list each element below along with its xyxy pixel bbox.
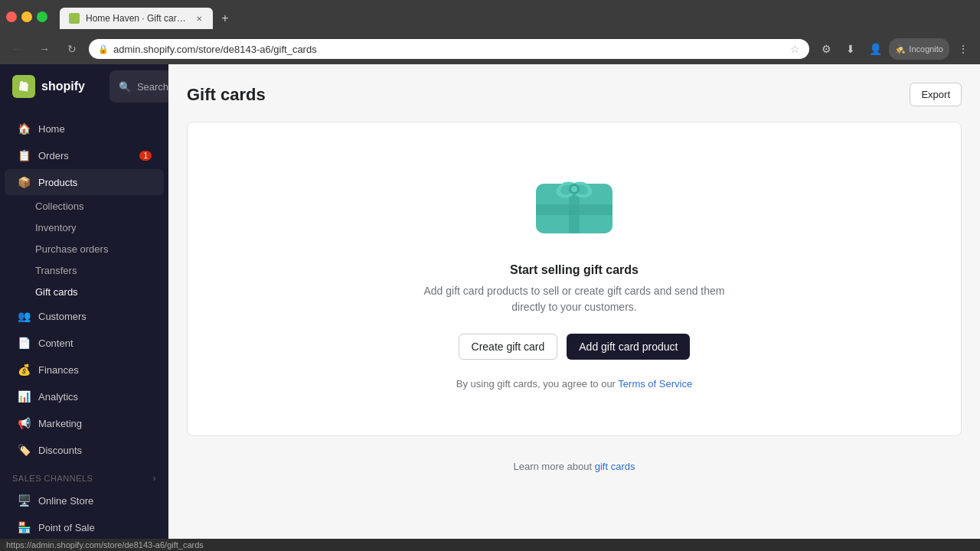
- sidebar-item-marketing[interactable]: 📢 Marketing: [5, 410, 164, 436]
- minimize-window-button[interactable]: [21, 11, 32, 22]
- add-gift-card-product-button[interactable]: Add gift card product: [567, 334, 690, 360]
- maximize-window-button[interactable]: [37, 11, 47, 22]
- sidebar-item-transfers[interactable]: Transfers: [5, 260, 164, 281]
- tab-close-button[interactable]: ✕: [194, 12, 204, 24]
- search-icon: 🔍: [119, 81, 131, 93]
- tos-text: By using gift cards, you agree to our Te…: [456, 378, 692, 390]
- lock-icon: 🔒: [98, 44, 109, 54]
- forward-button[interactable]: →: [34, 38, 55, 60]
- page-footer: Learn more about gift cards: [187, 448, 962, 484]
- tos-prefix: By using gift cards, you agree to our: [456, 378, 616, 390]
- main-content: Gift cards Export: [168, 64, 980, 539]
- sidebar-label-online-store: Online Store: [38, 495, 93, 507]
- sidebar-label-gift-cards: Gift cards: [35, 286, 78, 298]
- incognito-label: Incognito: [909, 44, 943, 54]
- sidebar-label-content: Content: [38, 337, 74, 349]
- sidebar-item-discounts[interactable]: 🏷️ Discounts: [5, 437, 164, 463]
- search-bar[interactable]: 🔍 Search Ctrl K: [109, 70, 168, 103]
- sidebar-item-content[interactable]: 📄 Content: [5, 330, 164, 356]
- empty-state-description: Add gift card products to sell or create…: [421, 283, 727, 315]
- status-url: https://admin.shopify.com/store/de8143-a…: [6, 540, 204, 549]
- sidebar-item-collections[interactable]: Collections: [5, 196, 164, 217]
- sidebar-item-finances[interactable]: 💰 Finances: [5, 357, 164, 383]
- products-icon: 📦: [17, 175, 31, 189]
- footer-gift-cards-link[interactable]: gift cards: [595, 461, 635, 472]
- footer-learn-text: Learn more about: [514, 461, 593, 472]
- sidebar-label-finances: Finances: [38, 364, 79, 376]
- search-placeholder: Search: [137, 81, 168, 93]
- reload-button[interactable]: ↻: [61, 38, 83, 60]
- sidebar-label-collections: Collections: [35, 201, 84, 212]
- menu-button[interactable]: ⋮: [952, 38, 974, 60]
- discounts-icon: 🏷️: [17, 443, 31, 457]
- finances-icon: 💰: [17, 363, 31, 377]
- sidebar-item-purchase-orders[interactable]: Purchase orders: [5, 239, 164, 259]
- shopify-logo: shopify: [12, 75, 85, 98]
- sidebar-item-orders[interactable]: 📋 Orders 1: [5, 142, 164, 168]
- sidebar-label-purchase-orders: Purchase orders: [35, 243, 108, 255]
- sidebar-item-products[interactable]: 📦 Products: [5, 169, 164, 195]
- pos-icon: 🏪: [17, 520, 31, 534]
- sidebar-item-customers[interactable]: 👥 Customers: [5, 303, 164, 329]
- home-icon: 🏠: [17, 122, 31, 135]
- empty-state-actions: Create gift card Add gift card product: [459, 334, 691, 360]
- sidebar-label-discounts: Discounts: [38, 445, 82, 456]
- browser-tab[interactable]: Home Haven · Gift cards · Sho... ✕: [60, 8, 213, 29]
- status-bar: https://admin.shopify.com/store/de8143-a…: [0, 539, 980, 551]
- extensions-button[interactable]: ⚙: [815, 38, 837, 60]
- sidebar-item-home[interactable]: 🏠 Home: [5, 116, 164, 142]
- sidebar-label-pos: Point of Sale: [38, 522, 95, 533]
- tab-favicon: [69, 13, 80, 24]
- shopify-logo-text: shopify: [41, 80, 85, 93]
- address-bar[interactable]: 🔒 admin.shopify.com/store/de8143-a6/gift…: [89, 39, 809, 59]
- sidebar-nav: 🏠 Home 📋 Orders 1 📦 Products Collections…: [0, 109, 168, 539]
- content-icon: 📄: [17, 336, 31, 350]
- sidebar-item-online-store[interactable]: 🖥️ Online Store: [5, 487, 164, 514]
- downloads-button[interactable]: ⬇: [840, 38, 861, 60]
- online-store-icon: 🖥️: [17, 494, 31, 507]
- sidebar-label-customers: Customers: [38, 311, 87, 322]
- close-window-button[interactable]: [6, 11, 17, 22]
- sidebar-item-gift-cards[interactable]: Gift cards: [5, 282, 164, 302]
- address-text: admin.shopify.com/store/de8143-a6/gift_c…: [113, 44, 786, 55]
- shopify-logo-icon: [12, 75, 35, 98]
- page-header: Gift cards Export: [187, 83, 962, 106]
- svg-rect-2: [536, 204, 612, 215]
- empty-state: Start selling gift cards Add gift card p…: [188, 122, 961, 435]
- sidebar-label-products: Products: [38, 177, 77, 188]
- sidebar: shopify 🔍 Search Ctrl K 🔔 1 Home Haven H…: [0, 64, 168, 539]
- analytics-icon: 📊: [17, 390, 31, 403]
- back-button[interactable]: ←: [6, 38, 28, 60]
- sidebar-item-inventory[interactable]: Inventory: [5, 217, 164, 238]
- sidebar-label-transfers: Transfers: [35, 265, 77, 276]
- orders-icon: 📋: [17, 148, 31, 162]
- sidebar-item-analytics[interactable]: 📊 Analytics: [5, 383, 164, 409]
- profile-button[interactable]: 👤: [864, 38, 886, 60]
- gift-cards-card: Start selling gift cards Add gift card p…: [187, 122, 962, 436]
- sales-channels-label: Sales channels: [12, 474, 93, 483]
- customers-icon: 👥: [17, 309, 31, 323]
- sidebar-label-marketing: Marketing: [38, 418, 82, 429]
- incognito-badge: 🕵️ Incognito: [889, 38, 949, 60]
- orders-badge: 1: [139, 151, 152, 161]
- create-gift-card-button[interactable]: Create gift card: [459, 334, 558, 360]
- svg-point-8: [571, 186, 577, 192]
- sales-channels-section: Sales channels ›: [0, 464, 168, 487]
- export-button[interactable]: Export: [910, 83, 962, 106]
- gift-card-illustration: [528, 168, 620, 245]
- tab-title: Home Haven · Gift cards · Sho...: [86, 13, 188, 24]
- app-header: shopify 🔍 Search Ctrl K 🔔 1 Home Haven H…: [0, 64, 168, 109]
- tos-link[interactable]: Terms of Service: [618, 378, 692, 390]
- empty-state-title: Start selling gift cards: [510, 263, 639, 277]
- bookmark-icon: ☆: [790, 43, 800, 55]
- sidebar-label-inventory: Inventory: [35, 222, 76, 233]
- sidebar-item-point-of-sale[interactable]: 🏪 Point of Sale: [5, 514, 164, 539]
- marketing-icon: 📢: [17, 416, 31, 430]
- new-tab-button[interactable]: +: [216, 9, 234, 28]
- sidebar-label-analytics: Analytics: [38, 391, 78, 403]
- incognito-icon: 🕵️: [895, 44, 906, 54]
- sidebar-label-home: Home: [38, 123, 65, 135]
- sidebar-label-orders: Orders: [38, 150, 69, 161]
- sales-channels-expand[interactable]: ›: [153, 473, 157, 484]
- page-title: Gift cards: [187, 85, 266, 105]
